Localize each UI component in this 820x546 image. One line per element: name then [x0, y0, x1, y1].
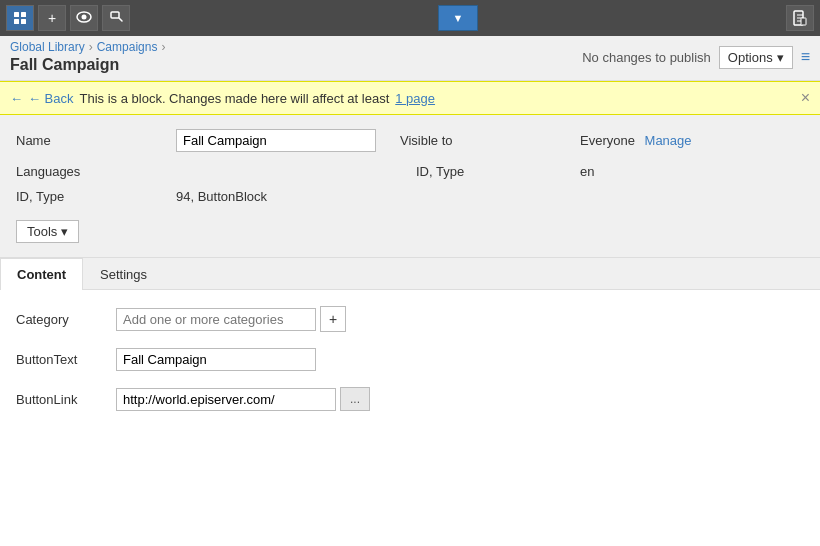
id-type-field-label: ID, Type [16, 185, 176, 204]
tab-settings[interactable]: Settings [83, 258, 164, 290]
no-changes-text: No changes to publish [582, 50, 711, 65]
tools-chevron-icon: ▾ [61, 224, 68, 239]
category-field-row: Category + [16, 306, 804, 332]
category-label: Category [16, 312, 116, 327]
svg-rect-3 [21, 19, 26, 24]
browse-button[interactable]: ... [340, 387, 370, 411]
tools-button[interactable]: Tools ▾ [16, 220, 79, 243]
options-button[interactable]: Options ▾ [719, 46, 793, 69]
category-input[interactable] [116, 308, 316, 331]
breadcrumb-bar: Global Library › Campaigns › Fall Campai… [0, 36, 820, 81]
tools-container: Tools ▾ [16, 212, 804, 243]
button-text-input[interactable] [116, 348, 316, 371]
visible-to-label: Visible to [400, 129, 580, 148]
list-view-icon[interactable]: ≡ [801, 48, 810, 66]
breadcrumb-right: No changes to publish Options ▾ ≡ [582, 46, 810, 69]
languages-value: en [580, 160, 804, 179]
alert-left: ← ← Back This is a block. Changes made h… [10, 91, 435, 106]
name-input[interactable] [176, 129, 376, 152]
plus-icon: + [48, 10, 56, 26]
svg-rect-2 [14, 19, 19, 24]
plus-icon: + [329, 311, 337, 327]
name-field-container [176, 129, 400, 152]
id-type-value: 94, ButtonBlock [176, 185, 400, 204]
button-link-input-group: ... [116, 387, 370, 411]
id-type-label: ID, Type [400, 160, 580, 179]
button-link-label: ButtonLink [16, 392, 116, 407]
breadcrumb-campaigns[interactable]: Campaigns [97, 40, 158, 54]
languages-label: Languages [16, 160, 176, 179]
tools-label: Tools [27, 224, 57, 239]
button-text-field-row: ButtonText [16, 348, 804, 371]
alert-message: This is a block. Changes made here will … [80, 91, 390, 106]
breadcrumb-global-library[interactable]: Global Library [10, 40, 85, 54]
svg-rect-0 [14, 12, 19, 17]
options-chevron-icon: ▾ [777, 50, 784, 65]
visible-to-value: Everyone Manage [580, 129, 804, 148]
svg-point-5 [82, 15, 87, 20]
tabs-bar: Content Settings [0, 258, 820, 290]
tab-content[interactable]: Content [0, 258, 83, 290]
file-button[interactable] [786, 5, 814, 31]
breadcrumb: Global Library › Campaigns › [10, 40, 165, 54]
search-icon [109, 10, 124, 27]
add-button[interactable]: + [38, 5, 66, 31]
properties-grid-2: ID, Type 94, ButtonBlock [16, 185, 804, 204]
visible-to-text: Everyone [580, 133, 635, 148]
category-add-button[interactable]: + [320, 306, 346, 332]
manage-link[interactable]: Manage [645, 133, 692, 148]
eye-icon [76, 10, 92, 26]
properties-grid: Name Visible to Everyone Manage Language… [16, 129, 804, 179]
properties-section: Name Visible to Everyone Manage Language… [0, 115, 820, 258]
breadcrumb-left: Global Library › Campaigns › Fall Campai… [10, 40, 165, 74]
tab-settings-label: Settings [100, 267, 147, 282]
toolbar-left: + [6, 5, 130, 31]
alert-banner: ← ← Back This is a block. Changes made h… [0, 81, 820, 115]
button-text-input-group [116, 348, 316, 371]
button-link-input[interactable] [116, 388, 336, 411]
name-label: Name [16, 129, 176, 148]
alert-back-link[interactable]: ← ← Back [10, 91, 74, 106]
toolbar: + ▼ [0, 0, 820, 36]
home-icon-button[interactable] [6, 5, 34, 31]
options-label: Options [728, 50, 773, 65]
page-title: Fall Campaign [10, 56, 165, 74]
browse-icon: ... [350, 392, 360, 406]
category-input-group: + [116, 306, 346, 332]
expand-button[interactable]: ▼ [438, 5, 478, 31]
content-area: Category + ButtonText ButtonLink ... [0, 290, 820, 443]
breadcrumb-sep-2: › [161, 40, 165, 54]
tab-content-label: Content [17, 267, 66, 282]
svg-rect-1 [21, 12, 26, 17]
svg-line-7 [119, 18, 122, 21]
button-text-label: ButtonText [16, 352, 116, 367]
chevron-down-icon: ▼ [453, 12, 464, 24]
alert-close-button[interactable]: × [801, 90, 810, 106]
search-button[interactable] [102, 5, 130, 31]
button-link-field-row: ButtonLink ... [16, 387, 804, 411]
svg-rect-6 [111, 12, 119, 18]
preview-button[interactable] [70, 5, 98, 31]
alert-page-link[interactable]: 1 page [395, 91, 435, 106]
breadcrumb-sep-1: › [89, 40, 93, 54]
toolbar-right [786, 5, 814, 31]
back-label: ← Back [28, 91, 74, 106]
back-arrow-icon: ← [10, 91, 23, 106]
svg-rect-12 [801, 18, 806, 25]
